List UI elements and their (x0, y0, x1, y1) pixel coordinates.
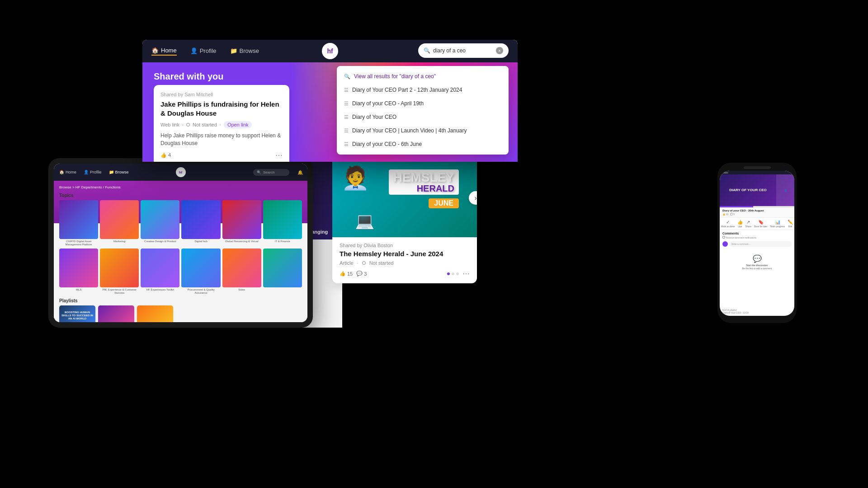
mark-done-icon: ✓ (721, 220, 735, 225)
thumbs-up-icon: 👍 (160, 152, 167, 158)
search-box[interactable]: 🔍 diary of a ceo × (418, 43, 509, 58)
search-icon-sm: 🔍 (344, 74, 350, 80)
topic-item[interactable]: MLS (59, 249, 98, 295)
search-result-3[interactable]: ☰ Diary of Your CEO (337, 110, 509, 124)
carousel-dot-2 (452, 272, 454, 275)
playlist-thumb-text-1: BOOSTING HUMAN SKILLS TO SUCCEED IN AN A… (61, 311, 94, 321)
phone-action-mark-done[interactable]: ✓ Mark as done (721, 220, 735, 228)
herald-status-dot (362, 261, 366, 265)
tablet-search[interactable]: 🔍 Search (253, 169, 289, 176)
next-playlist-label: Diary of Your CEO - 10/10 (722, 311, 792, 314)
card-meta: Web link · Not started · Open link (160, 121, 283, 128)
save-icon: 🔖 (754, 220, 768, 225)
herald-content: Shared by Olivia Boston The Hemsley Hera… (332, 237, 477, 283)
phone-video-area: DIARY OF YOUR CEO 👤 (720, 174, 794, 206)
phone-comment-input: Write a comment... (722, 241, 792, 247)
doc-icon-1: ☰ (344, 87, 349, 93)
topic-item[interactable] (263, 249, 302, 295)
topic-item[interactable]: Sales (222, 249, 261, 295)
topic-label-11: Sales (222, 288, 261, 291)
playlist-card-2[interactable]: Hemsley Sales Toolkit Playlist · 42 item… (98, 305, 134, 322)
doc-icon-4: ☰ (344, 128, 349, 134)
topic-thumb-3 (141, 200, 179, 239)
card-title: Jake Phillips is fundraising for Helen &… (160, 100, 283, 117)
phone-action-save[interactable]: 🔖 Save for later (754, 220, 768, 228)
tablet-nav-profile[interactable]: 👤 Profile (84, 170, 102, 174)
search-result-4[interactable]: ☰ Diary of Your CEO | Launch Video | 4th… (337, 124, 509, 137)
herald-title-block: HEMSLEY HERALD JUNE (389, 169, 468, 208)
phone-notification-opt: Receive comment notifications (722, 236, 792, 239)
topic-item[interactable]: PM, Experience & Customer Success (100, 249, 139, 295)
doc-icon-5: ☰ (344, 141, 349, 147)
topic-item[interactable]: CAMYD Digital Asset Management Platform (59, 200, 98, 247)
tablet-nav-home[interactable]: 🏠 Home (59, 170, 76, 174)
card-description: Help Jake Phillips raise money to suppor… (160, 132, 283, 147)
phone-video-main[interactable]: DIARY OF YOUR CEO (720, 174, 776, 206)
result-label-5: Diary of your CEO - 6th June (352, 141, 422, 147)
more-options-icon[interactable]: ⋯ (275, 151, 283, 160)
herald-article-title: The Hemsley Herald - June 2024 (340, 250, 470, 258)
playlists-row: BOOSTING HUMAN SKILLS TO SUCCEED IN AN A… (59, 305, 302, 322)
phone-action-share[interactable]: ↗ Share (745, 220, 751, 228)
search-result-1[interactable]: ☰ Diary of Your CEO Part 2 - 12th Januar… (337, 83, 509, 97)
tablet-content: Browse > HF Departments / Functions Topi… (54, 181, 307, 322)
tablet-notifications-icon[interactable]: 🔔 (297, 170, 303, 175)
search-icon: 🔍 (424, 47, 430, 54)
breadcrumb: Browse > HF Departments / Functions (59, 185, 302, 189)
topic-item[interactable]: Creative Design & Product (141, 200, 179, 247)
search-result-2[interactable]: ☰ Diary of your CEO - April 19th (337, 97, 509, 110)
topic-item[interactable]: Marketing (100, 200, 139, 247)
tablet-nav-browse[interactable]: 📁 Browse (109, 170, 129, 174)
herald-meta: Article · Not started (340, 260, 470, 266)
topic-label-4: Digital hub (181, 240, 220, 243)
topic-thumb-6 (263, 200, 302, 239)
app-logo: hf (322, 43, 338, 59)
phone-comments-section: Comments Receive comment notifications W… (720, 230, 794, 307)
content-card: Shared by Sam Mitchell Jake Phillips is … (154, 85, 289, 162)
carousel-dots (447, 272, 459, 275)
topic-label-10: Procurement & Quality Assurance (181, 288, 220, 295)
carousel-dot-3 (456, 272, 459, 275)
card-footer: 👍 4 ⋯ (160, 151, 283, 160)
phone-comments-title: Comments (722, 232, 792, 235)
tablet-logo: hf (176, 167, 186, 177)
search-view-all[interactable]: 🔍 View all results for "diary of a ceo" (337, 70, 509, 83)
nav-browse[interactable]: 📁 Browse (230, 47, 259, 55)
topic-item[interactable]: HF Experiences Toolkit (141, 249, 179, 295)
edit-icon: ✏️ (788, 220, 793, 225)
topic-item[interactable]: Global Resourcing & Virtual (222, 200, 261, 247)
herald-shared-by: Shared by Olivia Boston (340, 243, 470, 248)
topic-label-3: Creative Design & Product (141, 240, 179, 243)
playlists-label: Playlists (59, 298, 302, 303)
phone-action-like[interactable]: 👍 Like (737, 220, 743, 228)
herald-more-options[interactable]: ⋯ (462, 269, 470, 278)
topic-thumb-10 (181, 249, 220, 287)
nav-profile[interactable]: 👤 Profile (190, 47, 217, 55)
topic-label-6: IT & Finance (263, 240, 302, 243)
nav-home[interactable]: 🏠 Home (151, 47, 177, 56)
save-label: Save for later (754, 225, 768, 228)
topic-label-9: HF Experiences Toolkit (141, 288, 179, 291)
playlist-card-3[interactable]: Product POCs Playlist · 5 items · Not st… (137, 305, 173, 322)
playlist-card-1[interactable]: BOOSTING HUMAN SKILLS TO SUCCEED IN AN A… (59, 305, 95, 322)
herald-laptop: 💻 (355, 212, 375, 230)
topic-item[interactable]: IT & Finance (263, 200, 302, 247)
result-label-4: Diary of Your CEO | Launch Video | 4th J… (352, 127, 467, 134)
phone-action-edit[interactable]: ✏️ Edit (788, 220, 793, 228)
phone-progress-bar[interactable] (720, 206, 794, 207)
phone-start-discussion: 💬 Start the discussion Be the first to a… (722, 251, 792, 273)
comment-input-box[interactable]: Write a comment... (729, 241, 792, 247)
notification-checkbox[interactable] (722, 236, 725, 239)
search-result-5[interactable]: ☰ Diary of your CEO - 6th June (337, 137, 509, 151)
phone-action-team-progress[interactable]: 📊 Team progress (770, 220, 785, 228)
playlist-thumb-2 (98, 305, 134, 322)
topic-item[interactable]: Procurement & Quality Assurance (181, 249, 220, 295)
phone-progress-fill (720, 206, 753, 207)
topic-item[interactable]: Digital hub (181, 200, 220, 247)
search-clear-button[interactable]: × (496, 47, 503, 54)
open-link-button[interactable]: Open link (224, 121, 252, 128)
herald-banner: 🧑‍💼 💻 HEMSLEY HERALD JUNE › (332, 158, 477, 237)
share-label: Share (745, 225, 751, 228)
status-indicator (186, 123, 190, 127)
herald-logo-line1: HEMSLEY (393, 171, 454, 184)
